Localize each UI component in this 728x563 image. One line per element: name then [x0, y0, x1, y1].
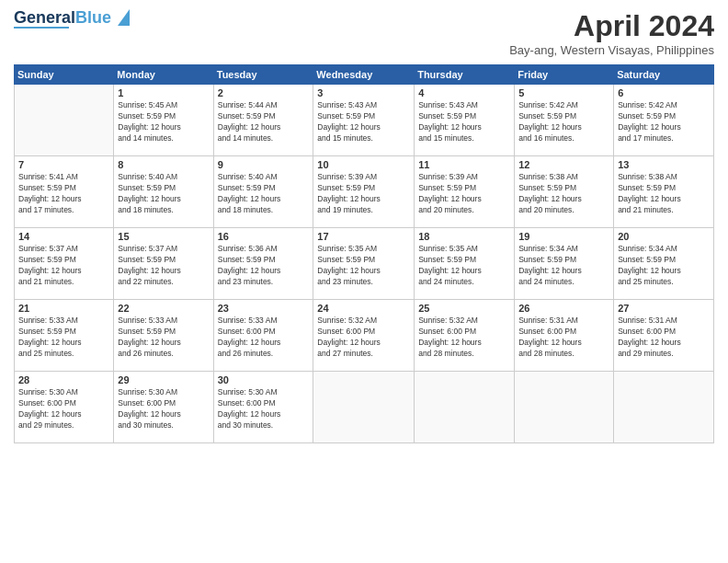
day-number: 14	[18, 231, 109, 242]
day-number: 22	[118, 303, 209, 314]
day-number: 2	[218, 87, 310, 98]
calendar-cell	[614, 372, 714, 443]
day-info: Sunrise: 5:39 AMSunset: 5:59 PMDaylight:…	[418, 172, 510, 216]
calendar-cell: 11Sunrise: 5:39 AMSunset: 5:59 PMDayligh…	[415, 156, 515, 228]
calendar-cell	[313, 372, 415, 443]
col-friday: Friday	[515, 65, 614, 85]
day-number: 7	[18, 159, 109, 170]
calendar-cell: 8Sunrise: 5:40 AMSunset: 5:59 PMDaylight…	[114, 156, 213, 228]
col-saturday: Saturday	[614, 65, 714, 85]
calendar-cell: 23Sunrise: 5:33 AMSunset: 6:00 PMDayligh…	[213, 300, 313, 372]
day-number: 13	[618, 159, 710, 170]
calendar-cell: 5Sunrise: 5:42 AMSunset: 5:59 PMDaylight…	[515, 85, 614, 156]
day-info: Sunrise: 5:30 AMSunset: 6:00 PMDaylight:…	[118, 387, 209, 431]
day-info: Sunrise: 5:35 AMSunset: 5:59 PMDaylight:…	[317, 244, 410, 288]
day-info: Sunrise: 5:32 AMSunset: 6:00 PMDaylight:…	[418, 316, 510, 360]
day-number: 10	[317, 159, 410, 170]
calendar-cell: 3Sunrise: 5:43 AMSunset: 5:59 PMDaylight…	[313, 85, 415, 156]
calendar-cell: 9Sunrise: 5:40 AMSunset: 5:59 PMDaylight…	[213, 156, 313, 228]
day-info: Sunrise: 5:40 AMSunset: 5:59 PMDaylight:…	[218, 172, 310, 216]
col-tuesday: Tuesday	[213, 65, 313, 85]
calendar-cell	[415, 372, 515, 443]
day-info: Sunrise: 5:40 AMSunset: 5:59 PMDaylight:…	[118, 172, 209, 216]
day-number: 27	[618, 303, 710, 314]
day-info: Sunrise: 5:43 AMSunset: 5:59 PMDaylight:…	[418, 100, 510, 144]
day-number: 1	[118, 87, 209, 98]
day-number: 5	[518, 87, 609, 98]
day-number: 12	[518, 159, 609, 170]
col-monday: Monday	[114, 65, 213, 85]
day-number: 15	[118, 231, 209, 242]
day-info: Sunrise: 5:32 AMSunset: 6:00 PMDaylight:…	[317, 316, 410, 360]
logo-icon	[113, 9, 130, 26]
day-info: Sunrise: 5:37 AMSunset: 5:59 PMDaylight:…	[18, 244, 109, 288]
calendar-cell: 26Sunrise: 5:31 AMSunset: 6:00 PMDayligh…	[515, 300, 614, 372]
calendar-cell: 15Sunrise: 5:37 AMSunset: 5:59 PMDayligh…	[114, 228, 213, 300]
title-section: April 2024 Bay-ang, Western Visayas, Phi…	[509, 9, 714, 57]
calendar-cell: 18Sunrise: 5:35 AMSunset: 5:59 PMDayligh…	[415, 228, 515, 300]
logo: GeneralBlue	[14, 9, 130, 29]
calendar-cell	[15, 85, 114, 156]
calendar-cell: 22Sunrise: 5:33 AMSunset: 5:59 PMDayligh…	[114, 300, 213, 372]
calendar-cell: 24Sunrise: 5:32 AMSunset: 6:00 PMDayligh…	[313, 300, 415, 372]
day-info: Sunrise: 5:31 AMSunset: 6:00 PMDaylight:…	[618, 316, 710, 360]
calendar-cell: 6Sunrise: 5:42 AMSunset: 5:59 PMDaylight…	[614, 85, 714, 156]
day-info: Sunrise: 5:44 AMSunset: 5:59 PMDaylight:…	[218, 100, 310, 144]
day-info: Sunrise: 5:33 AMSunset: 6:00 PMDaylight:…	[218, 316, 310, 360]
month-title: April 2024	[509, 9, 714, 43]
day-number: 30	[218, 374, 310, 385]
calendar-cell: 30Sunrise: 5:30 AMSunset: 6:00 PMDayligh…	[213, 372, 313, 443]
svg-marker-0	[118, 9, 130, 26]
day-info: Sunrise: 5:30 AMSunset: 6:00 PMDaylight:…	[18, 387, 109, 431]
calendar-cell: 14Sunrise: 5:37 AMSunset: 5:59 PMDayligh…	[15, 228, 114, 300]
calendar-cell	[515, 372, 614, 443]
calendar-cell: 28Sunrise: 5:30 AMSunset: 6:00 PMDayligh…	[15, 372, 114, 443]
calendar-header-row: Sunday Monday Tuesday Wednesday Thursday…	[15, 65, 714, 85]
day-info: Sunrise: 5:31 AMSunset: 6:00 PMDaylight:…	[518, 316, 609, 360]
header: GeneralBlue April 2024 Bay-ang, Western …	[14, 9, 714, 57]
day-number: 16	[218, 231, 310, 242]
calendar-cell: 4Sunrise: 5:43 AMSunset: 5:59 PMDaylight…	[415, 85, 515, 156]
day-number: 26	[518, 303, 609, 314]
day-number: 29	[118, 374, 209, 385]
calendar-week-4: 21Sunrise: 5:33 AMSunset: 5:59 PMDayligh…	[15, 300, 714, 372]
calendar-cell: 25Sunrise: 5:32 AMSunset: 6:00 PMDayligh…	[415, 300, 515, 372]
day-number: 21	[18, 303, 109, 314]
day-info: Sunrise: 5:30 AMSunset: 6:00 PMDaylight:…	[218, 387, 310, 431]
calendar-week-2: 7Sunrise: 5:41 AMSunset: 5:59 PMDaylight…	[15, 156, 714, 228]
day-info: Sunrise: 5:43 AMSunset: 5:59 PMDaylight:…	[317, 100, 410, 144]
calendar-week-3: 14Sunrise: 5:37 AMSunset: 5:59 PMDayligh…	[15, 228, 714, 300]
day-info: Sunrise: 5:42 AMSunset: 5:59 PMDaylight:…	[618, 100, 710, 144]
day-info: Sunrise: 5:45 AMSunset: 5:59 PMDaylight:…	[118, 100, 209, 144]
day-info: Sunrise: 5:42 AMSunset: 5:59 PMDaylight:…	[518, 100, 609, 144]
calendar-cell: 12Sunrise: 5:38 AMSunset: 5:59 PMDayligh…	[515, 156, 614, 228]
day-info: Sunrise: 5:34 AMSunset: 5:59 PMDaylight:…	[518, 244, 609, 288]
col-sunday: Sunday	[15, 65, 114, 85]
day-number: 19	[518, 231, 609, 242]
calendar-cell: 19Sunrise: 5:34 AMSunset: 5:59 PMDayligh…	[515, 228, 614, 300]
day-number: 11	[418, 159, 510, 170]
day-info: Sunrise: 5:33 AMSunset: 5:59 PMDaylight:…	[118, 316, 209, 360]
logo-text: GeneralBlue	[14, 9, 111, 26]
calendar-cell: 17Sunrise: 5:35 AMSunset: 5:59 PMDayligh…	[313, 228, 415, 300]
calendar-week-1: 1Sunrise: 5:45 AMSunset: 5:59 PMDaylight…	[15, 85, 714, 156]
subtitle: Bay-ang, Western Visayas, Philippines	[509, 43, 714, 57]
calendar-cell: 13Sunrise: 5:38 AMSunset: 5:59 PMDayligh…	[614, 156, 714, 228]
day-info: Sunrise: 5:33 AMSunset: 5:59 PMDaylight:…	[18, 316, 109, 360]
day-number: 4	[418, 87, 510, 98]
day-number: 9	[218, 159, 310, 170]
day-number: 3	[317, 87, 410, 98]
day-number: 17	[317, 231, 410, 242]
col-wednesday: Wednesday	[313, 65, 415, 85]
day-info: Sunrise: 5:37 AMSunset: 5:59 PMDaylight:…	[118, 244, 209, 288]
day-number: 6	[618, 87, 710, 98]
day-info: Sunrise: 5:34 AMSunset: 5:59 PMDaylight:…	[618, 244, 710, 288]
day-number: 8	[118, 159, 209, 170]
calendar-cell: 16Sunrise: 5:36 AMSunset: 5:59 PMDayligh…	[213, 228, 313, 300]
col-thursday: Thursday	[415, 65, 515, 85]
day-info: Sunrise: 5:36 AMSunset: 5:59 PMDaylight:…	[218, 244, 310, 288]
day-info: Sunrise: 5:38 AMSunset: 5:59 PMDaylight:…	[618, 172, 710, 216]
calendar-cell: 29Sunrise: 5:30 AMSunset: 6:00 PMDayligh…	[114, 372, 213, 443]
day-number: 23	[218, 303, 310, 314]
day-number: 18	[418, 231, 510, 242]
